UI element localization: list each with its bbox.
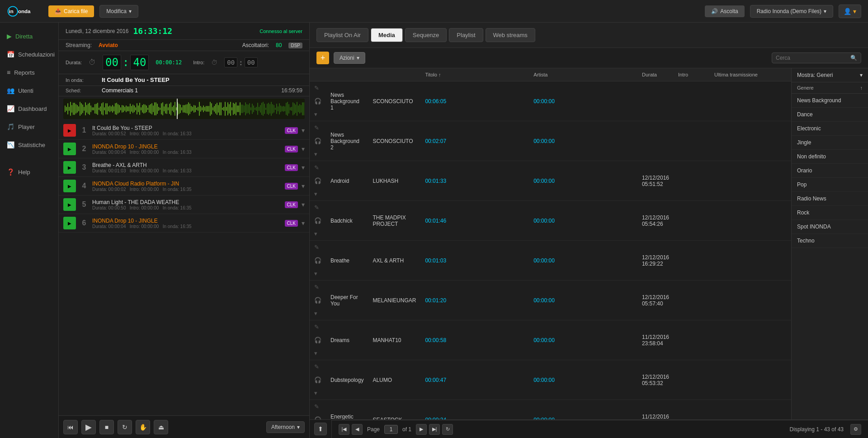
headphones-icon[interactable]: 🎧 — [314, 138, 321, 144]
genre-item[interactable]: Techno — [792, 234, 868, 248]
tab-media[interactable]: Media — [371, 28, 403, 42]
headphones-icon[interactable]: 🎧 — [314, 98, 321, 105]
edit-icon[interactable]: ✎ — [314, 85, 319, 91]
upload-button[interactable]: ⬆ — [314, 423, 327, 435]
headphones-icon[interactable]: 🎧 — [314, 337, 321, 343]
row-extra — [674, 201, 710, 241]
next-page-button[interactable]: ▶ — [416, 424, 427, 435]
clk-badge[interactable]: CLK — [285, 183, 298, 190]
ascolta-button[interactable]: 🔊 Ascolta — [705, 5, 744, 17]
genre-item[interactable]: Jingle — [792, 136, 868, 150]
clk-badge[interactable]: CLK — [285, 164, 298, 171]
edit-icon[interactable]: ✎ — [314, 403, 319, 410]
genre-item[interactable]: News Background — [792, 94, 868, 108]
radio-selector-button[interactable]: Radio Inonda (Demo Files) ▾ — [750, 5, 833, 18]
expand-icon[interactable]: ▾ — [302, 182, 305, 190]
genre-item[interactable]: Radio News — [792, 192, 868, 206]
sidebar-item-statistiche[interactable]: 📉 Statistiche — [0, 136, 58, 154]
play-button-2[interactable]: ▶ — [63, 143, 76, 155]
expand-icon[interactable]: ▾ — [302, 164, 305, 171]
genre-item[interactable]: Orario — [792, 164, 868, 178]
genre-item[interactable]: Dance — [792, 108, 868, 122]
expand-icon[interactable]: ▾ — [302, 127, 305, 134]
row-ultima: 12/12/2016 05:54:26 — [637, 201, 674, 241]
item-info: INONDA Drop 10 - JINGLE Durata: 00:00:04… — [92, 218, 281, 229]
chevron-down-icon[interactable]: ▾ — [314, 190, 317, 197]
expand-icon[interactable]: ▾ — [302, 145, 305, 152]
sidebar-item-schedulazioni[interactable]: 📅 Schedulazioni — [0, 45, 58, 63]
expand-icon[interactable]: ▾ — [302, 201, 305, 208]
col-artista: Artista — [529, 68, 637, 81]
edit-icon[interactable]: ✎ — [314, 284, 319, 290]
stop-button[interactable]: ■ — [99, 420, 114, 434]
edit-icon[interactable]: ✎ — [314, 324, 319, 330]
edit-icon[interactable]: ✎ — [314, 164, 319, 171]
tab-sequenze[interactable]: Sequenze — [405, 28, 447, 42]
clk-badge[interactable]: CLK — [285, 146, 298, 152]
play-button-6[interactable]: ▶ — [63, 217, 76, 229]
headphones-icon[interactable]: 🎧 — [314, 177, 321, 184]
clk-badge[interactable]: CLK — [285, 220, 298, 227]
play-button-5[interactable]: ▶ — [63, 198, 76, 211]
carica-file-button[interactable]: 📤 Carica file — [48, 5, 94, 17]
headphones-icon[interactable]: 🎧 — [314, 416, 321, 419]
genre-item[interactable]: Spot INONDA — [792, 220, 868, 234]
stats-icon: 📉 — [7, 141, 14, 148]
chevron-down-icon[interactable]: ▾ — [860, 72, 863, 78]
in-onda-value: It Could Be You - STEEP — [102, 76, 170, 83]
user-button[interactable]: 👤 ▾ — [839, 5, 861, 18]
headphones-icon[interactable]: 🎧 — [314, 376, 321, 383]
last-page-button[interactable]: ▶| — [429, 424, 440, 435]
chevron-down-icon[interactable]: ▾ — [314, 230, 317, 237]
expand-icon[interactable]: ▾ — [302, 219, 305, 227]
drag-button[interactable]: ✋ — [136, 420, 150, 434]
edit-icon[interactable]: ✎ — [314, 363, 319, 370]
chevron-down-icon[interactable]: ▾ — [314, 151, 317, 157]
sidebar-item-player[interactable]: 🎵 Player — [0, 118, 58, 136]
schedule-selector[interactable]: Afternoon ▾ — [266, 421, 305, 433]
azioni-button[interactable]: Azioni ▾ — [334, 52, 365, 64]
add-media-button[interactable]: + — [316, 52, 329, 64]
sidebar-item-utenti[interactable]: 👥 Utenti — [0, 81, 58, 100]
genre-item[interactable]: Rock — [792, 206, 868, 220]
tab-web-streams[interactable]: Web streams — [486, 28, 535, 42]
chevron-down-icon[interactable]: ▾ — [314, 111, 317, 118]
play-pause-button[interactable]: ▶ — [81, 420, 96, 434]
sidebar-item-reports[interactable]: ≡ Reports — [0, 63, 58, 81]
clk-badge[interactable]: CLK — [285, 201, 298, 208]
sidebar-item-diretta[interactable]: ▶ Diretta — [0, 27, 58, 45]
tab-playlist[interactable]: Playlist — [449, 28, 483, 42]
prev-page-button[interactable]: ◀ — [352, 424, 363, 435]
refresh-button[interactable]: ↻ — [442, 424, 453, 435]
row-actions: ✎ — [310, 400, 326, 413]
headphones-icon[interactable]: 🎧 — [314, 257, 321, 264]
chevron-down-icon[interactable]: ▾ — [314, 390, 317, 396]
first-page-button[interactable]: |◀ — [339, 424, 349, 435]
clk-badge[interactable]: CLK — [285, 127, 298, 134]
play-button-1[interactable]: ▶ — [63, 124, 76, 137]
page-input[interactable] — [384, 425, 398, 434]
chevron-down-icon[interactable]: ▾ — [314, 310, 317, 317]
headphones-icon[interactable]: 🎧 — [314, 297, 321, 304]
eject-button[interactable]: ⏏ — [154, 420, 168, 434]
genre-item[interactable]: Electronic — [792, 122, 868, 136]
search-input[interactable] — [776, 55, 848, 61]
chevron-down-icon[interactable]: ▾ — [314, 270, 317, 277]
edit-icon[interactable]: ✎ — [314, 124, 319, 131]
play-button-4[interactable]: ▶ — [63, 180, 76, 192]
chevron-down-icon[interactable]: ▾ — [314, 350, 317, 357]
tab-playlist-on-air[interactable]: Playlist On Air — [316, 28, 368, 42]
modifica-button[interactable]: Modifica ▾ — [99, 5, 138, 18]
edit-icon[interactable]: ✎ — [314, 204, 319, 211]
headphones-icon[interactable]: 🎧 — [314, 217, 321, 224]
sidebar-item-help[interactable]: ❓ Help — [0, 163, 58, 181]
skip-back-button[interactable]: ⏮ — [63, 420, 78, 434]
content-area: Titolo ↑ Artista Durata Intro — [310, 68, 868, 419]
settings-button[interactable]: ⚙ — [850, 424, 861, 435]
sidebar-item-dashboard[interactable]: 📈 Dashboard — [0, 100, 58, 118]
play-button-3[interactable]: ▶ — [63, 161, 76, 174]
loop-button[interactable]: ↻ — [118, 420, 132, 434]
genre-item[interactable]: Pop — [792, 178, 868, 192]
genre-item[interactable]: Non definito — [792, 150, 868, 164]
edit-icon[interactable]: ✎ — [314, 244, 319, 251]
